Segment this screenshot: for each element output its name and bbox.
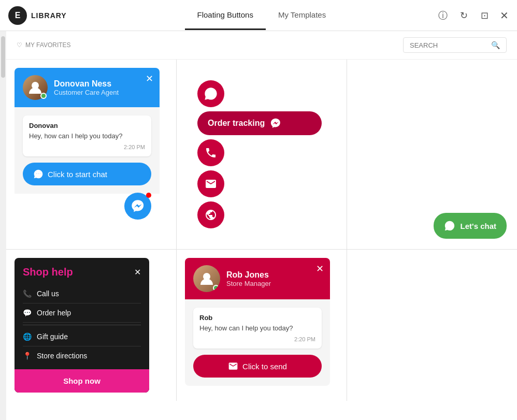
menu-item-gift[interactable]: 🌐 Gift guide [23, 327, 141, 346]
header-actions: ⓘ ↻ ⊡ ✕ [436, 8, 509, 23]
lets-chat-container: Let's chat [347, 60, 517, 249]
menu-item-directions[interactable]: 📍 Store directions [23, 346, 141, 365]
messenger-icon: 💬 [23, 309, 32, 317]
chat-bubble: Donovan Hey, how can I help you today? 2… [23, 115, 151, 156]
lets-chat-label: Let's chat [461, 222, 496, 230]
rob-body: Rob Hey, how can I help you today? 2:20 … [185, 299, 330, 386]
phone-button[interactable] [197, 139, 224, 166]
card-chat-widget[interactable]: Donovan Ness Customer Care Agent ✕ Donov… [6, 60, 176, 249]
chat-cta-label: Click to start chat [48, 170, 107, 179]
logo: E LIBRARY [8, 6, 67, 25]
online-status [40, 93, 47, 99]
tracking-buttons: Order tracking [187, 70, 332, 239]
shop-help-card: Shop help ✕ 📞 Call us 💬 Order help [15, 258, 149, 393]
order-tracking-button[interactable]: Order tracking [197, 111, 322, 135]
shop-help-title: Shop help [23, 266, 73, 278]
rob-online-status [213, 285, 219, 291]
card-empty-6 [347, 250, 517, 401]
search-icon: 🔍 [491, 41, 500, 49]
menu-directions-label: Store directions [37, 352, 87, 360]
main-window: E LIBRARY Floating Buttons My Templates … [0, 0, 517, 420]
chat-body: Donovan Hey, how can I help you today? 2… [15, 107, 160, 194]
agent-avatar [23, 75, 48, 100]
click-to-send-button[interactable]: Click to send [193, 355, 322, 378]
chat-sender: Donovan [29, 122, 145, 129]
favorites-button[interactable]: ♡ MY FAVORITES [17, 41, 71, 49]
lets-chat-button[interactable]: Let's chat [434, 213, 507, 239]
chat-header-info: Donovan Ness Customer Care Agent [54, 79, 151, 96]
chat-time: 2:20 PM [29, 144, 145, 150]
menu-item-call[interactable]: 📞 Call us [23, 284, 141, 303]
rob-header-info: Rob Jones Store Manager [226, 270, 322, 287]
menu-call-label: Call us [37, 289, 59, 298]
email-button[interactable] [197, 170, 224, 197]
messenger-float-button[interactable] [124, 193, 151, 220]
globe-icon: 🌐 [23, 332, 32, 341]
website-button[interactable] [197, 201, 224, 228]
menu-order-label: Order help [37, 309, 71, 317]
rob-name: Rob Jones [226, 270, 322, 280]
save-icon[interactable]: ⊡ [477, 8, 492, 23]
scrollbar[interactable] [0, 31, 6, 420]
menu-item-order[interactable]: 💬 Order help [23, 303, 141, 323]
shop-help-close-icon[interactable]: ✕ [134, 267, 141, 277]
whatsapp-button[interactable] [197, 80, 224, 107]
tab-floating-buttons[interactable]: Floating Buttons [185, 1, 266, 30]
rob-time: 2:20 PM [199, 336, 315, 342]
tab-my-templates[interactable]: My Templates [266, 1, 338, 30]
rob-chat-bubble: Rob Hey, how can I help you today? 2:20 … [193, 308, 322, 349]
search-box[interactable]: 🔍 [403, 37, 507, 53]
chat-close-icon[interactable]: ✕ [146, 73, 153, 84]
logo-icon: E [8, 6, 27, 25]
logo-text: LIBRARY [31, 11, 67, 20]
phone-icon: 📞 [23, 289, 32, 298]
rob-close-icon[interactable]: ✕ [316, 263, 324, 274]
toolbar: ♡ MY FAVORITES 🔍 [6, 31, 517, 60]
chat-card: Donovan Ness Customer Care Agent ✕ Donov… [15, 68, 160, 234]
search-input[interactable] [410, 41, 487, 49]
click-to-send-label: Click to send [242, 362, 287, 371]
shop-help-header: Shop help ✕ [15, 258, 149, 284]
menu-divider [23, 325, 141, 325]
order-tracking-label: Order tracking [208, 119, 265, 128]
shop-help-menu: 📞 Call us 💬 Order help 🌐 Gift guide [15, 284, 149, 369]
menu-gift-label: Gift guide [37, 332, 68, 341]
shop-now-button[interactable]: Shop now [15, 369, 149, 393]
card-order-tracking: Order tracking [177, 60, 347, 249]
refresh-icon[interactable]: ↻ [456, 8, 471, 23]
agent-name: Donovan Ness [54, 79, 151, 89]
rob-header: Rob Jones Store Manager ✕ [185, 258, 330, 299]
tabs: Floating Buttons My Templates [88, 1, 436, 30]
header: E LIBRARY Floating Buttons My Templates … [0, 0, 517, 31]
shop-now-label: Shop now [63, 376, 100, 385]
card-lets-chat: Let's chat [347, 60, 517, 249]
content-area: ♡ MY FAVORITES 🔍 [0, 31, 517, 420]
rob-message: Hey, how can I help you today? [199, 324, 315, 333]
rob-sender: Rob [199, 314, 315, 322]
rob-title: Store Manager [226, 280, 322, 287]
main-content: ♡ MY FAVORITES 🔍 [6, 31, 517, 420]
location-icon: 📍 [23, 352, 32, 360]
notification-dot [146, 193, 151, 198]
card-rob-jones[interactable]: Rob Jones Store Manager ✕ Rob Hey, how c… [177, 250, 347, 401]
info-icon[interactable]: ⓘ [436, 8, 450, 23]
rob-card: Rob Jones Store Manager ✕ Rob Hey, how c… [185, 258, 330, 386]
agent-title: Customer Care Agent [54, 89, 151, 96]
chat-header: Donovan Ness Customer Care Agent ✕ [15, 68, 160, 107]
card-shop-help: Shop help ✕ 📞 Call us 💬 Order help [6, 250, 176, 401]
close-button[interactable]: ✕ [500, 9, 509, 22]
chat-message: Hey, how can I help you today? [29, 132, 145, 141]
rob-avatar [193, 265, 220, 292]
scrollbar-thumb [1, 36, 5, 78]
template-grid: Donovan Ness Customer Care Agent ✕ Donov… [6, 60, 517, 401]
chat-cta-button[interactable]: Click to start chat [23, 163, 151, 185]
